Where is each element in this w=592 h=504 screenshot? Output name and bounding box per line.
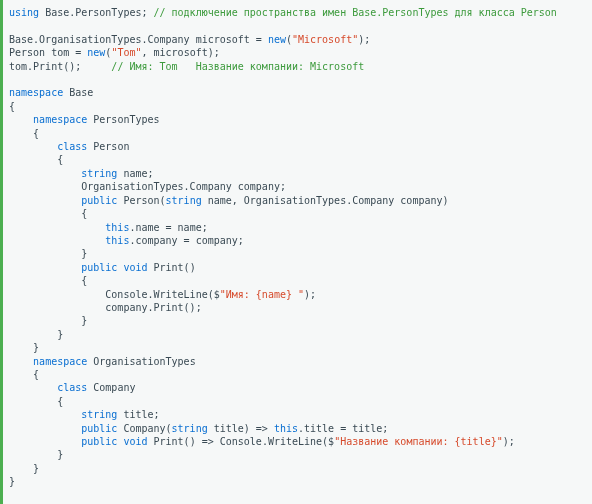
code-token: string [166, 195, 202, 206]
code-token: Console.WriteLine($ [9, 289, 220, 300]
code-token: title) => [208, 423, 274, 434]
code-token: "Tom" [111, 47, 141, 58]
code-token: namespace [9, 87, 63, 98]
code-line: namespace PersonTypes [9, 114, 160, 125]
code-token: Base.OrganisationTypes.Company microsoft… [9, 34, 268, 45]
code-token: void [123, 436, 147, 447]
code-line: namespace Base [9, 87, 93, 98]
code-token: Company [87, 382, 135, 393]
code-token: namespace [33, 356, 87, 367]
code-token: this [105, 222, 129, 233]
code-token: string [81, 409, 117, 420]
code-token: Person [87, 141, 129, 152]
code-line: } [9, 248, 87, 259]
code-token [9, 235, 105, 246]
code-token: string [172, 423, 208, 434]
code-token [9, 382, 57, 393]
code-token: namespace [33, 114, 87, 125]
code-line: tom.Print(); // Имя: Tom Название компан… [9, 61, 364, 72]
code-line: Person tom = new("Tom", microsoft); [9, 47, 220, 58]
code-token: "Имя: {name} " [220, 289, 304, 300]
code-line: } [9, 463, 39, 474]
code-token: this [105, 235, 129, 246]
code-token: } [9, 329, 63, 340]
code-token: ); [358, 34, 370, 45]
code-token: } [9, 248, 87, 259]
code-line: Base.OrganisationTypes.Company microsoft… [9, 34, 370, 45]
code-token [9, 356, 33, 367]
code-line: public void Print() [9, 262, 196, 273]
code-token [9, 436, 81, 447]
code-token: public [81, 262, 117, 273]
code-token: Print() => Console.WriteLine($ [148, 436, 335, 447]
code-token: title; [117, 409, 159, 420]
code-token: .title = title; [298, 423, 388, 434]
code-token [9, 168, 81, 179]
code-token: } [9, 463, 39, 474]
code-token: Base [63, 87, 93, 98]
code-token: { [9, 128, 39, 139]
code-token: { [9, 154, 63, 165]
code-token: Person tom = [9, 47, 87, 58]
code-token: } [9, 449, 63, 460]
code-token: } [9, 476, 15, 487]
code-line: } [9, 476, 15, 487]
code-token: Company( [117, 423, 171, 434]
code-line: public Company(string title) => this.tit… [9, 423, 388, 434]
code-token: OrganisationTypes [87, 356, 195, 367]
code-token: .name = name; [129, 222, 207, 233]
code-token: { [9, 275, 87, 286]
code-token: name, OrganisationTypes.Company company) [202, 195, 449, 206]
code-token: // подключение пространства имен Base.Pe… [154, 7, 557, 18]
code-line: { [9, 128, 39, 139]
code-token [9, 262, 81, 273]
code-token: using [9, 7, 39, 18]
code-token: Person( [117, 195, 165, 206]
code-token: { [9, 208, 87, 219]
code-token: PersonTypes [87, 114, 159, 125]
code-token: { [9, 396, 63, 407]
code-token: new [87, 47, 105, 58]
code-token: } [9, 342, 39, 353]
code-line: Console.WriteLine($"Имя: {name} "); [9, 289, 316, 300]
code-token: , microsoft); [141, 47, 219, 58]
code-token: Base.PersonTypes; [39, 7, 153, 18]
code-token: name; [117, 168, 153, 179]
code-token: .company = company; [129, 235, 243, 246]
code-token [9, 195, 81, 206]
code-line: OrganisationTypes.Company company; [9, 181, 286, 192]
code-token: company.Print(); [9, 302, 202, 313]
code-token: this [274, 423, 298, 434]
code-line: class Company [9, 382, 135, 393]
code-line: using Base.PersonTypes; // подключение п… [9, 7, 557, 18]
code-token [9, 114, 33, 125]
code-line: { [9, 275, 87, 286]
code-line: this.company = company; [9, 235, 244, 246]
code-line: } [9, 329, 63, 340]
code-line: string title; [9, 409, 160, 420]
code-line: class Person [9, 141, 129, 152]
code-line: company.Print(); [9, 302, 202, 313]
code-token: new [268, 34, 286, 45]
code-token: OrganisationTypes.Company company; [9, 181, 286, 192]
code-line: { [9, 101, 15, 112]
code-token: "Название компании: {title}" [334, 436, 503, 447]
code-token: { [9, 369, 39, 380]
code-line: this.name = name; [9, 222, 208, 233]
code-token [9, 222, 105, 233]
code-token: } [9, 315, 87, 326]
code-line: public void Print() => Console.WriteLine… [9, 436, 515, 447]
code-token: ); [304, 289, 316, 300]
code-token [9, 409, 81, 420]
code-token: class [57, 382, 87, 393]
code-token: string [81, 168, 117, 179]
code-token: { [9, 101, 15, 112]
code-token: public [81, 436, 117, 447]
code-token: ); [503, 436, 515, 447]
code-line: { [9, 396, 63, 407]
code-token: void [123, 262, 147, 273]
code-token: public [81, 195, 117, 206]
code-line: } [9, 342, 39, 353]
code-token: class [57, 141, 87, 152]
code-line: { [9, 154, 63, 165]
